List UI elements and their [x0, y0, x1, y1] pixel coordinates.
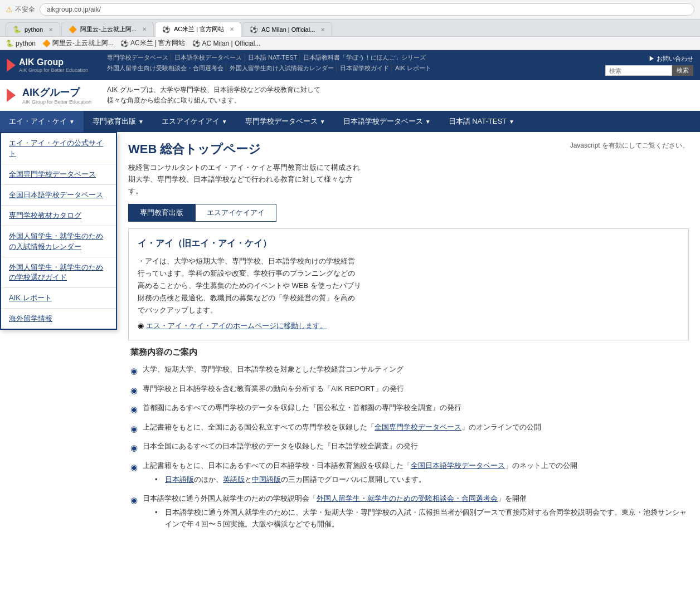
bookmark-favicon-acmilan-en: ⚽ — [192, 40, 201, 47]
business-text-7: 日本語学校に通う外国人就学生のための学校説明会「外国人留学生・就学生のための受験… — [143, 494, 527, 502]
business-section: 業務内容のご案内 ◉ 大学、短期大学、専門学校、日本語学校を対象とした学校経営コ… — [128, 347, 689, 532]
top-nav: AIK Group AIK Group for Better Education… — [0, 50, 700, 80]
tab-favicon-python: 🐍 — [13, 26, 21, 33]
sub-text-6-1: 日本語版のほか、英語版と中国語版の三カ国語でグローバルに展開しています。 — [165, 474, 426, 486]
sub-item-6-1: • 日本語版のほか、英語版と中国語版の三カ国語でグローバルに展開しています。 — [155, 474, 577, 486]
tab-close-acmilan-en[interactable]: ✕ — [320, 27, 325, 33]
nav-aik-label: エイ・アイ・ケイ — [9, 116, 67, 126]
business-item-2: ◉ 専門学校と日本語学校を含む教育業界の動向を分析する「AIK REPORT」の… — [130, 383, 687, 398]
section-link-line: ◉ エス・アイ・ケイ・アイのホームページに移動します。 — [138, 321, 679, 331]
contact-label: お問い合わせ — [657, 55, 693, 62]
sub-bullet-6-1: • — [155, 474, 162, 486]
js-notice: Javascript を有効にしてご覧ください。 — [570, 141, 689, 150]
top-link-calendar[interactable]: 外国人留学生向け入試情報カレンダー — [227, 64, 337, 73]
search-input[interactable] — [605, 65, 672, 76]
bookmark-favicon-aliyun: 🔶 — [42, 40, 51, 47]
dropdown-kaigai[interactable]: 海外留学情報 — [1, 309, 116, 329]
tab-close-python[interactable]: ✕ — [48, 27, 53, 33]
bullet-6: ◉ — [130, 460, 139, 475]
tab-senmon-pub[interactable]: 専門教育出版 — [128, 204, 195, 222]
top-link-report[interactable]: AIK レポート — [393, 64, 434, 73]
business-title: 業務内容のご案内 — [130, 347, 687, 358]
nav-nat[interactable]: 日本語 NAT-TEST ▼ — [440, 111, 523, 132]
tab-favicon-acmilan-en: ⚽ — [250, 26, 258, 33]
nihongo-db-link[interactable]: 全国日本語学校データベース — [411, 461, 505, 470]
nav-nihongo-db[interactable]: 日本語学校データベース ▼ — [334, 111, 440, 132]
top-links: 専門学校データベース 日本語学校データベース 日本語 NAT-TEST 日本語教… — [100, 50, 599, 80]
nav-sai[interactable]: エスアイケイアイ ▼ — [153, 111, 236, 132]
header-logo-text: AIKグループ — [22, 86, 91, 99]
nihongo-link[interactable]: 日本語版 — [165, 475, 194, 484]
top-link-textbook[interactable]: 日本語教科書「学ぼう！にほんご」シリーズ — [301, 53, 428, 62]
nav-nat-label: 日本語 NAT-TEST — [449, 116, 507, 126]
bookmark-python[interactable]: 🐍 python — [6, 40, 36, 47]
bookmark-acmilan-en[interactable]: ⚽ AC Milan | Official... — [192, 40, 261, 47]
bookmark-acmilan-cn[interactable]: ⚽ AC米兰 | 官方网站 — [120, 38, 185, 48]
dropdown-gakko-guide[interactable]: 外国人留学生・就学生のための学校選びガイド — [1, 257, 116, 288]
contact-link[interactable]: ▶ お問い合わせ — [649, 55, 693, 63]
dropdown-nyuugaku-cal[interactable]: 外国人留学生・就学生のための入試情報カレンダー — [1, 226, 116, 257]
header-logo-text-wrapper: AIKグループ AIK Group for Better Education — [22, 86, 91, 105]
nav-aik[interactable]: エイ・アイ・ケイ ▼ エイ・アイ・ケイの公式サイト 全国専門学校データベース 全… — [0, 111, 84, 132]
sai-homepage-link[interactable]: エス・アイ・ケイ・アイのホームページに移動します。 — [146, 321, 327, 330]
dropdown-nihongo-data[interactable]: 全国日本語学校データベース — [1, 185, 116, 206]
bullet-1: ◉ — [130, 364, 139, 378]
chinese-link[interactable]: 中国語版 — [252, 475, 281, 484]
section-body: ・アイは、大学や短期大学、専門学校、日本語学校向けの学校経営 行っています。学科… — [138, 255, 679, 316]
business-sub-6: • 日本語版のほか、英語版と中国語版の三カ国語でグローバルに展開しています。 — [155, 474, 577, 486]
nav-nihongo-db-arrow-icon: ▼ — [425, 119, 431, 125]
nav-sai-label: エスアイケイアイ — [162, 116, 220, 126]
tab-close-aliyun[interactable]: ✕ — [142, 26, 147, 32]
logo-sub: AIK Group for Better Education — [19, 67, 88, 73]
bookmark-aliyun[interactable]: 🔶 阿里云-上云就上阿... — [42, 38, 114, 48]
senmon-db-link[interactable]: 全国専門学校データベース — [375, 423, 461, 431]
business-text-6: 上記書籍をもとに、日本にあるすべての日本語学校・日本語教育施設を収録した「全国日… — [143, 461, 577, 470]
tab-acmilan-cn[interactable]: ⚽ AC米兰 | 官方网站 ✕ — [155, 22, 241, 37]
english-link[interactable]: 英語版 — [223, 475, 245, 484]
tab-sai[interactable]: エスアイケイアイ — [195, 204, 276, 222]
tab-favicon-acmilan-cn: ⚽ — [162, 26, 171, 33]
search-area: ▶ お問い合わせ 検索 — [599, 50, 700, 80]
tab-favicon-aliyun: 🔶 — [69, 26, 77, 33]
dropdown-kyozai[interactable]: 専門学校教材カタログ — [1, 206, 116, 226]
bookmark-label-acmilan-en: AC Milan | Official... — [202, 40, 261, 47]
bookmark-favicon-python: 🐍 — [6, 40, 14, 47]
url-bar[interactable]: aikgroup.co.jp/aik/ — [40, 3, 694, 16]
search-button[interactable]: 検索 — [672, 65, 693, 76]
business-text-3: 首都圏にあるすべての専門学校のデータを収録した『国公私立・首都圏の専門学校全調査… — [143, 402, 461, 414]
business-item-3: ◉ 首都圏にあるすべての専門学校のデータを収録した『国公私立・首都圏の専門学校全… — [130, 402, 687, 417]
business-text-6-wrapper: 上記書籍をもとに、日本にあるすべての日本語学校・日本語教育施設を収録した「全国日… — [143, 460, 577, 488]
bullet-3: ◉ — [130, 402, 139, 417]
nav-senmon[interactable]: 専門教育出版 ▼ — [84, 111, 153, 132]
dropdown-official[interactable]: エイ・アイ・ケイの公式サイト — [1, 133, 116, 164]
bookmark-favicon-acmilan-cn: ⚽ — [120, 40, 129, 47]
soudan-link[interactable]: 外国人留学生・就学生のための受験相談会・合同選考会 — [317, 494, 498, 502]
section-box: イ・アイ（旧エイ・アイ・ケイ） ・アイは、大学や短期大学、専門学校、日本語学校向… — [128, 228, 689, 340]
warning-icon: ⚠ — [6, 5, 13, 14]
nav-senmon-db[interactable]: 専門学校データベース ▼ — [236, 111, 334, 132]
tab-close-acmilan-cn[interactable]: ✕ — [230, 26, 234, 32]
tab-python[interactable]: 🐍 python ✕ — [6, 22, 60, 36]
nav-senmon-db-label: 専門学校データベース — [245, 116, 318, 126]
dropdown-senmon-data[interactable]: 全国専門学校データベース — [1, 164, 116, 185]
nav-senmon-label: 専門教育出版 — [93, 116, 136, 126]
dropdown-aik-report[interactable]: AIK レポート — [1, 288, 116, 309]
top-link-nihongo[interactable]: 日本語学校データベース — [172, 53, 245, 62]
top-link-soudan[interactable]: 外国人留学生向け受験相談会・合同選考会 — [105, 64, 226, 73]
tab-acmilan-en[interactable]: ⚽ AC Milan | Official... ✕ — [242, 22, 332, 36]
nav-senmon-arrow-icon: ▼ — [138, 119, 144, 125]
business-text-1: 大学、短期大学、専門学校、日本語学校を対象とした学校経営コンサルティング — [143, 363, 404, 375]
nav-aik-arrow-icon: ▼ — [69, 119, 75, 125]
top-links-row1: 専門学校データベース 日本語学校データベース 日本語 NAT-TEST 日本語教… — [100, 52, 599, 63]
tab-label-python: python — [25, 26, 43, 33]
top-link-senmon[interactable]: 専門学校データベース — [105, 53, 171, 62]
nav-aik-item[interactable]: エイ・アイ・ケイ ▼ — [0, 111, 84, 132]
header-logo-sub: AIK Group for Better Education — [22, 99, 91, 105]
browser-tabs: 🐍 python ✕ 🔶 阿里云-上云就上阿... ✕ ⚽ AC米兰 | 官方网… — [0, 19, 700, 37]
top-link-nat[interactable]: 日本語 NAT-TEST — [246, 53, 300, 62]
tab-aliyun[interactable]: 🔶 阿里云-上云就上阿... ✕ — [61, 22, 154, 36]
top-link-guide[interactable]: 日本留学校ガイド — [338, 64, 392, 73]
tab-label-aliyun: 阿里云-上云就上阿... — [80, 25, 137, 33]
security-warning: ⚠ 不安全 — [6, 5, 35, 14]
bullet-5: ◉ — [130, 441, 139, 455]
